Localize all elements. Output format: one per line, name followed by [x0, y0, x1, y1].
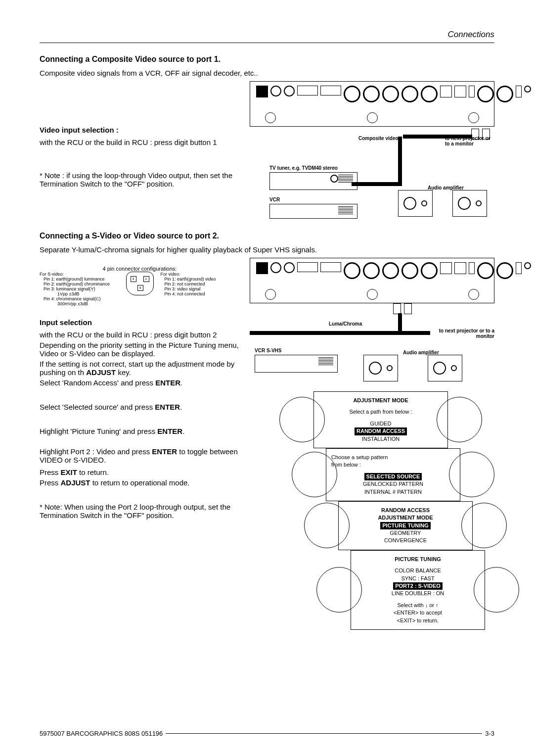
osd1-title: ADJUSTMENT MODE	[319, 397, 443, 404]
input-sel-line4a: Select 'Random Access' and press	[40, 378, 155, 387]
step-picture-tuning-text: Highlight 'Picture Tuning' and press	[40, 427, 157, 435]
amp-box-4	[428, 355, 462, 381]
video-input-heading: Video input selection :	[40, 126, 240, 134]
cable-h2	[352, 182, 402, 186]
amp-box-3	[363, 355, 398, 381]
osd3-title1: RANDOM ACCESS	[344, 507, 467, 514]
projector-back-panel-2	[250, 258, 494, 303]
vcr-label: VCR	[269, 197, 280, 202]
osd3-opt1: PICTURE TUNING	[380, 522, 431, 529]
svideo-p3a: Pin 3: luminance signal(Y)	[44, 286, 119, 291]
pin-config-heading: 4 pin connector configurations:	[40, 266, 240, 272]
section1-intro: Composite video signals from a VCR, OFF …	[40, 69, 494, 77]
input-sel-line3: If the setting is not correct, start up …	[40, 360, 240, 377]
svideo-p1: Pin 1: earth(ground) luminance	[44, 277, 119, 282]
osd2-line1: Choose a setup pattern	[331, 454, 455, 461]
osd1-opt3: INSTALLATION	[319, 435, 443, 443]
step-exit-a: Press	[40, 468, 61, 476]
rca-pair-in	[393, 303, 412, 314]
osd4-hint2: <ENTER> to accept	[356, 609, 480, 616]
osd2-line2: from below :	[331, 461, 455, 469]
svideo-p4a: Pin 4: chrominance signal(C)	[44, 296, 119, 301]
footer-right: 3-3	[485, 730, 494, 737]
step-selected-source-text: Select 'Selected source' and press	[40, 403, 155, 411]
amp-box-2	[452, 190, 487, 217]
osd4-opt4: LINE DOUBLER : ON	[356, 590, 480, 597]
tv-tuner-box	[269, 172, 357, 190]
footer-rule	[166, 733, 482, 734]
adjust-key-2: ADJUST	[61, 478, 90, 487]
footer-left: 5975007 BARCOGRAPHICS 808S 051196	[40, 730, 163, 737]
enter-key-2: ENTER	[155, 403, 180, 411]
step-picture-tuning: Highlight 'Picture Tuning' and press ENT…	[40, 427, 240, 435]
input-sel-line2: Depending on the priority setting in the…	[40, 341, 240, 358]
to-next-label-2: to next projector or to a monitor	[435, 328, 494, 339]
osd-picture-tuning: PICTURE TUNING COLOR BALANCE SYNC : FAST…	[351, 550, 485, 630]
section2-intro: Separate Y-luma/C-chroma signals for hig…	[40, 245, 494, 254]
svideo-p2: Pin 2: earth(ground) chrominance	[44, 282, 119, 286]
step-adjust: Press ADJUST to return to operational mo…	[40, 478, 240, 487]
luma-chroma-label: Luma/Chroma	[329, 321, 362, 327]
composite-diagram: Composite video to next projector or to …	[250, 81, 494, 220]
osd4-opt3: PORT2 : S-VIDEO	[393, 582, 443, 590]
osd1-opt1: GUIDED	[319, 420, 443, 427]
enter-key-1: ENTER	[155, 378, 180, 387]
vcr-box	[269, 204, 357, 219]
osd-random-access: RANDOM ACCESS ADJUSTMENT MODE PICTURE TU…	[338, 501, 473, 550]
video-p1: Pin 1: earth(ground) video	[165, 277, 240, 282]
to-next-label: to next projector or to a monitor	[445, 136, 494, 146]
input-sel-line3a: If the setting is not correct, start up …	[40, 360, 234, 377]
cable-vert-2	[398, 313, 402, 333]
osd1-opt2: RANDOM ACCESS	[355, 427, 407, 435]
exit-key: EXIT	[61, 468, 77, 476]
step-exit-b: to return.	[77, 468, 109, 476]
osd1-line1: Select a path from below :	[319, 408, 443, 416]
cable-h-2	[250, 331, 430, 335]
section1-heading: Connecting a Composite Video source to p…	[40, 55, 494, 64]
svideo-title: For S-video:	[40, 272, 119, 277]
vcr-svhs-box	[255, 355, 338, 373]
tuner-label: TV tuner, e.g. TVDM40 stereo	[269, 165, 338, 171]
header-rule	[40, 43, 494, 43]
amp-box-1	[398, 190, 433, 217]
osd-cascade: ADJUSTMENT MODE Select a path from below…	[267, 391, 494, 630]
osd4-title: PICTURE TUNING	[356, 556, 480, 563]
video-title: For video:	[161, 272, 240, 277]
video-input-body: with the RCU or the build in RCU : press…	[40, 138, 240, 146]
pin-config-block: For S-video: Pin 1: earth(ground) lumina…	[40, 272, 240, 306]
video-p4: Pin 4: not connected	[165, 291, 240, 296]
osd2-opt2: GENLOCKED PATTERN	[331, 480, 455, 488]
svideo-p3b: 1Vpp ±3dB	[44, 291, 119, 296]
osd4-hint1: Select with ↓ or ↑	[356, 602, 480, 609]
step-adjust-b: to return to operational mode.	[90, 478, 190, 487]
osd3-title2: ADJUSTMENT MODE	[344, 514, 467, 521]
video-p2: Pin 2: not connected	[165, 282, 240, 286]
input-sel-line4: Select 'Random Access' and press ENTER.	[40, 378, 240, 387]
step-exit: Press EXIT to return.	[40, 468, 240, 476]
step-selected-source: Select 'Selected source' and press ENTER…	[40, 403, 240, 411]
osd2-opt1: SELECTED SOURCE	[364, 473, 422, 480]
vcr-svhs-label: VCR S-VHS	[255, 348, 281, 353]
osd-adjustment-mode: ADJUSTMENT MODE Select a path from below…	[313, 391, 448, 448]
step-port2a: Highlight Port 2 : Video and press	[40, 447, 152, 456]
video-p3: Pin 3: video signal	[165, 286, 240, 291]
composite-video-label: Composite video	[358, 136, 399, 141]
section2-heading: Connecting a S-Video or Video source to …	[40, 232, 494, 240]
osd4-opt2: SYNC : FAST	[356, 575, 480, 582]
input-sel-line3b: key.	[116, 368, 131, 377]
step-port2: Highlight Port 2 : Video and press ENTER…	[40, 447, 240, 464]
osd-setup-pattern: Choose a setup pattern from below : SELE…	[326, 448, 460, 501]
osd2-opt3: INTERNAL # PATTERN	[331, 488, 455, 496]
enter-key-4: ENTER	[152, 447, 177, 456]
input-selection-heading: Input selection	[40, 318, 240, 327]
osd4-hint3: <EXIT> to return.	[356, 617, 480, 624]
page-topic: Connections	[40, 30, 494, 40]
adjust-key: ADJUST	[86, 368, 116, 377]
projector-back-panel	[250, 81, 494, 127]
section2-note: * Note: When using the Port 2 loop-throu…	[40, 503, 240, 520]
section1-note: * Note : if using the loop-through Video…	[40, 171, 240, 188]
input-sel-line1: with the RCU or the build in RCU : press…	[40, 331, 240, 339]
osd4-opt1: COLOR BALANCE	[356, 567, 480, 574]
osd3-opt3: CONVERGENCE	[344, 537, 467, 544]
enter-key-3: ENTER	[157, 427, 182, 435]
